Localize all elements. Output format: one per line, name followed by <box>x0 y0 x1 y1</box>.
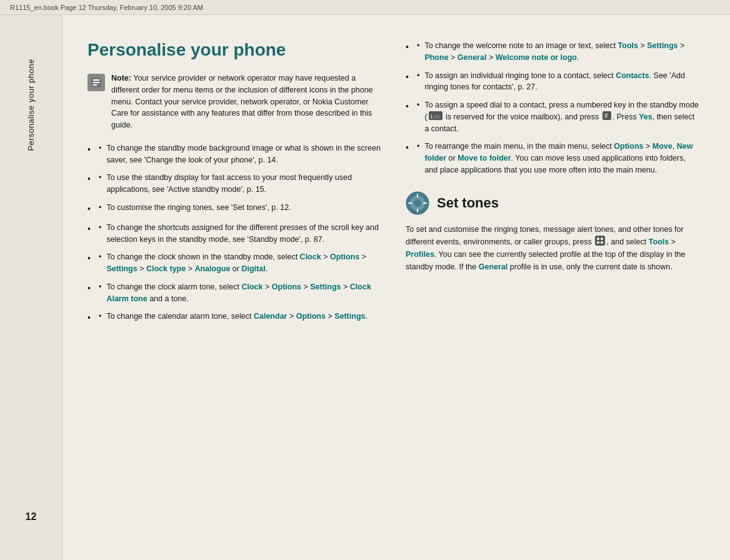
svg-text:1: 1 <box>430 113 433 119</box>
bullet-text: To change the welcome note to an image o… <box>424 40 699 64</box>
svg-rect-1 <box>93 79 99 81</box>
bullet-text: To use the standby display for fast acce… <box>106 172 381 196</box>
list-item: • To change the calendar alarm tone, sel… <box>88 311 381 324</box>
svg-rect-2 <box>93 82 99 83</box>
bullet-marker: • <box>417 99 419 111</box>
list-item: • To change the clock shown in the stand… <box>88 251 381 275</box>
options-link3: Options <box>296 312 326 321</box>
list-item: • To use the standby display for fast ac… <box>88 172 381 196</box>
set-tones-body: To set and customise the ringing tones, … <box>406 225 686 271</box>
svg-point-20 <box>601 241 603 244</box>
svg-text:□□: □□ <box>434 114 440 119</box>
svg-rect-13 <box>417 209 418 212</box>
bullet-text: To customise the ringing tones, see 'Set… <box>106 202 291 214</box>
page-number: 12 <box>26 511 37 522</box>
sidebar-label: Personalise your phone <box>26 59 36 151</box>
key-1-icon: 1□□ <box>429 111 442 123</box>
note-content: Note: Your service provider or network o… <box>111 72 381 131</box>
bullet-marker: • <box>417 141 419 152</box>
svg-rect-16 <box>595 236 605 246</box>
bullet-marker: • <box>99 142 101 154</box>
list-item: • To change the shortcuts assigned for t… <box>88 222 381 246</box>
bullet-text: To assign a speed dial to a contact, pre… <box>424 99 699 134</box>
clock-link2: Clock <box>241 282 262 291</box>
bullet-marker: • <box>99 202 101 214</box>
bullet-text: To change the calendar alarm tone, selec… <box>106 311 368 322</box>
bullet-text: To change the standby mode background im… <box>106 142 381 166</box>
bullet-marker: • <box>417 40 419 52</box>
move-link: Move <box>652 142 672 151</box>
options-link2: Options <box>272 282 301 291</box>
note-bold: Note: <box>111 74 131 82</box>
right-column: • To change the welcome note to an image… <box>406 40 699 535</box>
clock-type-link: Clock type <box>146 264 186 273</box>
note-svg-icon <box>90 76 102 89</box>
general-profile-link: General <box>479 262 508 271</box>
settings-link4: Settings <box>647 41 678 50</box>
page-container: R1115_en.book Page 12 Thursday, February… <box>0 0 730 560</box>
list-item: • To customise the ringing tones, see 'S… <box>88 202 381 216</box>
tools-link2: Tools <box>649 238 669 246</box>
settings-link2: Settings <box>310 282 341 291</box>
bullet-marker: • <box>417 70 419 82</box>
set-tones-icon <box>406 191 429 215</box>
bullet-text: To change the clock alarm tone, select C… <box>106 281 381 305</box>
analogue-link: Analogue <box>194 264 230 273</box>
note-icon <box>88 74 105 91</box>
bullet-marker: • <box>99 222 101 234</box>
header-text: R1115_en.book Page 12 Thursday, February… <box>10 4 203 11</box>
calendar-link: Calendar <box>254 312 288 321</box>
right-bullet-list: • To change the welcome note to an image… <box>406 40 699 176</box>
set-tones-svg <box>406 191 429 215</box>
menu-icon <box>595 236 605 249</box>
list-item: • To change the welcome note to an image… <box>406 40 699 64</box>
main-layout: Personalise your phone 12 Personalise yo… <box>0 15 730 560</box>
general-link: General <box>458 53 487 62</box>
set-tones-text: To set and customise the ringing tones, … <box>406 224 699 273</box>
svg-point-19 <box>597 241 599 244</box>
list-item: • To assign an individual ringing tone t… <box>406 70 699 94</box>
move-to-folder-link: Move to folder <box>458 154 511 162</box>
settings-link3: Settings <box>334 312 365 321</box>
options-link4: Options <box>614 142 643 151</box>
tools-link1: Tools <box>618 41 638 50</box>
left-bullet-list: • To change the standby mode background … <box>88 142 381 325</box>
contacts-link: Contacts <box>616 71 649 80</box>
settings-link: Settings <box>106 264 137 273</box>
svg-point-18 <box>601 238 603 240</box>
svg-text:#: # <box>604 112 608 119</box>
svg-point-11 <box>414 199 421 207</box>
list-item: • To change the clock alarm tone, select… <box>88 281 381 305</box>
bullet-marker: • <box>99 251 101 263</box>
top-bar: R1115_en.book Page 12 Thursday, February… <box>0 0 730 15</box>
set-tones-title: Set tones <box>437 195 499 211</box>
left-column: Personalise your phone Note: Your servic… <box>88 40 381 535</box>
digital-link: Digital <box>241 264 265 273</box>
list-item: • To assign a speed dial to a contact, p… <box>406 99 699 134</box>
options-link: Options <box>330 252 359 261</box>
bullet-text: To rearrange the main menu, in the main … <box>424 141 699 176</box>
set-tones-header: Set tones <box>406 191 699 215</box>
bullet-marker: • <box>99 311 101 322</box>
list-item: • To change the standby mode background … <box>88 142 381 166</box>
content-area: Personalise your phone Note: Your servic… <box>62 15 730 560</box>
profiles-link: Profiles <box>406 250 434 259</box>
bullet-marker: • <box>99 281 101 293</box>
bullet-marker: • <box>99 172 101 184</box>
sidebar: Personalise your phone 12 <box>0 15 62 560</box>
bullet-text: To change the shortcuts assigned for the… <box>106 222 381 246</box>
svg-rect-15 <box>423 202 427 204</box>
list-item: • To rearrange the main menu, in the mai… <box>406 141 699 176</box>
welcome-note-link: Welcome note or logo <box>496 53 577 62</box>
svg-rect-12 <box>417 194 418 198</box>
hash-key-icon: # <box>602 111 611 123</box>
yes-link: Yes <box>639 112 652 121</box>
bullet-text: To change the clock shown in the standby… <box>106 251 381 275</box>
svg-point-17 <box>597 238 599 240</box>
svg-rect-14 <box>408 202 412 204</box>
clock-link: Clock <box>300 252 321 261</box>
bullet-text: To assign an individual ringing tone to … <box>424 70 699 94</box>
svg-rect-3 <box>93 84 97 86</box>
page-title: Personalise your phone <box>88 40 381 60</box>
note-body: Your service provider or network operato… <box>111 74 373 129</box>
